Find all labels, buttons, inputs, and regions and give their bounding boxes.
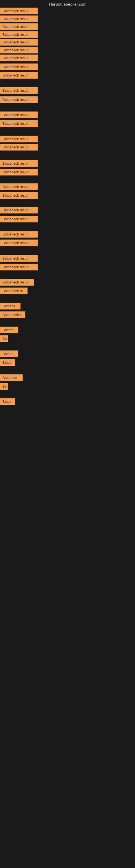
bottleneck-result-item: Bottleneck result [0, 72, 38, 79]
bottleneck-result-item: Bottleneck re [0, 287, 28, 294]
bottleneck-result-item: Bottleneck result [0, 207, 38, 214]
bottleneck-result-item: Bottleneck result [0, 16, 38, 22]
bottleneck-result-item: Bottlene [0, 303, 20, 310]
bottleneck-result-item: Bottleneck result [0, 8, 38, 14]
bottleneck-result-item: Bottleneck result [0, 96, 38, 103]
bottleneck-result-item: Bottleneck result [0, 279, 34, 286]
bottleneck-result-item: Bottle [0, 398, 15, 405]
bottleneck-result-item: Bottleneck result [0, 192, 38, 199]
bottleneck-result-item: Bottleneck result [0, 216, 38, 222]
bottleneck-result-item: Bottleneck result [0, 264, 38, 271]
bottleneck-result-item: Bottleneck result [0, 120, 38, 127]
bottleneck-result-item: Bo [0, 335, 8, 342]
site-title: TheBottlenecker.com [0, 0, 135, 8]
bottleneck-result-item: Bottlenec [0, 374, 23, 381]
bottleneck-result-item: Bottleneck result [0, 144, 38, 151]
bottleneck-result-item: Bottle [0, 359, 15, 366]
bottleneck-result-item: Bottleneck result [0, 183, 38, 190]
bottleneck-result-item: Bottleneck result [0, 169, 38, 176]
bottleneck-result-item: Bottleneck r [0, 311, 26, 318]
bottleneck-result-item: Bo [0, 383, 8, 390]
bottleneck-result-item: Bottleneck result [0, 23, 38, 30]
bottleneck-result-item: Bottleneck result [0, 31, 38, 38]
bottleneck-result-item: Bottleneck result [0, 255, 38, 262]
bottleneck-result-item: Bottleneck result [0, 46, 38, 54]
bottleneck-result-item: Bottleneck result [0, 135, 38, 143]
bottleneck-result-item: Bottleneck result [0, 63, 38, 70]
bottleneck-result-item: Bottleneck result [0, 55, 38, 61]
bottleneck-result-item: Bottleneck result [0, 39, 38, 45]
bottleneck-result-item: Bottleneck result [0, 240, 38, 246]
bottleneck-result-item: Bottleneck result [0, 112, 38, 118]
bottleneck-result-item: Bottleneck result [0, 87, 38, 94]
bottleneck-result-item: Bottleneck result [0, 160, 38, 167]
bottleneck-result-item: Bottlen [0, 327, 18, 333]
bottleneck-result-item: Bottlen [0, 350, 18, 357]
bottleneck-result-item: Bottleneck result [0, 231, 38, 238]
